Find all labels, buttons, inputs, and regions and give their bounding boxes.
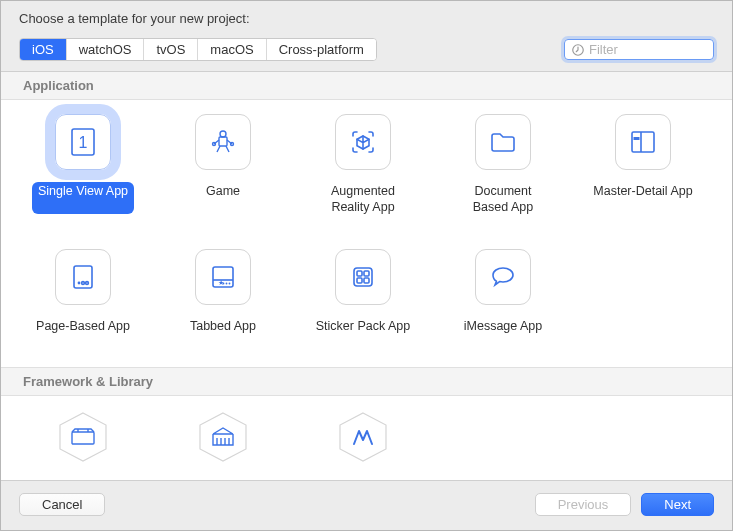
tab-macos[interactable]: macOS [198,39,266,60]
template-label: Sticker Pack App [310,317,417,349]
template-label: Single View App [32,182,134,214]
metal-icon [336,410,390,464]
section-framework-header: Framework & Library [1,367,732,396]
template-label: iMessage App [458,317,549,349]
previous-button[interactable]: Previous [535,493,632,516]
tab-ios[interactable]: iOS [20,39,67,60]
svg-point-3 [220,131,226,137]
document-icon [475,114,531,170]
template-sticker-pack-app[interactable]: Sticker Pack App [305,249,421,349]
application-templates: 1 Single View App Game AugmentedReality … [1,100,732,367]
svg-point-19 [229,283,231,285]
template-label: DocumentBased App [467,182,539,217]
template-label: Master-Detail App [587,182,698,214]
platform-tabs: iOS watchOS tvOS macOS Cross-platform [19,38,377,61]
template-page-based-app[interactable]: Page-Based App [25,249,141,349]
template-label: Page-Based App [30,317,136,349]
svg-rect-7 [632,132,654,152]
tab-cross-platform[interactable]: Cross-platform [267,39,376,60]
template-metal-library[interactable]: Metal Library [305,410,421,481]
page-based-icon [55,249,111,305]
tabbed-icon: ★ [195,249,251,305]
svg-rect-4 [219,137,227,146]
button-label: Cancel [42,497,82,512]
svg-point-17 [223,283,225,285]
svg-point-13 [86,282,89,285]
template-label: Game [200,182,246,214]
template-label: AugmentedReality App [325,182,401,217]
tab-label: iOS [32,42,54,57]
next-button[interactable]: Next [641,493,714,516]
tab-label: Cross-platform [279,42,364,57]
content-area: Application 1 Single View App Game Augme… [1,71,732,481]
template-imessage-app[interactable]: iMessage App [445,249,561,349]
svg-rect-23 [357,278,362,283]
framework-icon [56,410,110,464]
filter-field[interactable] [564,39,714,60]
button-label: Next [664,497,691,512]
svg-rect-24 [364,278,369,283]
tab-tvos[interactable]: tvOS [144,39,198,60]
imessage-icon [475,249,531,305]
template-label: Tabbed App [184,317,262,349]
game-icon [195,114,251,170]
svg-point-12 [82,282,85,285]
svg-point-18 [226,283,228,285]
new-project-template-chooser: Choose a template for your new project: … [0,0,733,531]
button-label: Previous [558,497,609,512]
svg-text:1: 1 [79,134,88,151]
footer: Cancel Previous Next [1,481,732,530]
master-detail-icon [615,114,671,170]
template-augmented-reality-app[interactable]: AugmentedReality App [305,114,421,217]
tab-label: macOS [210,42,253,57]
template-single-view-app[interactable]: 1 Single View App [25,114,141,217]
tab-watchos[interactable]: watchOS [67,39,145,60]
sticker-icon [335,249,391,305]
framework-templates: Cocoa TouchFramework Cocoa TouchStatic L… [1,396,732,481]
tab-label: watchOS [79,42,132,57]
svg-point-11 [78,282,81,285]
toolbar: iOS watchOS tvOS macOS Cross-platform [1,34,732,71]
static-library-icon [196,410,250,464]
filter-input[interactable] [589,42,707,57]
section-application-header: Application [1,72,732,100]
svg-rect-21 [357,271,362,276]
template-document-based-app[interactable]: DocumentBased App [445,114,561,217]
template-tabbed-app[interactable]: ★ Tabbed App [165,249,281,349]
template-game[interactable]: Game [165,114,281,217]
template-master-detail-app[interactable]: Master-Detail App [585,114,701,217]
cancel-button[interactable]: Cancel [19,493,105,516]
svg-rect-9 [634,137,640,140]
filter-icon [571,43,585,57]
dialog-title: Choose a template for your new project: [1,1,732,34]
svg-rect-26 [72,432,94,444]
tab-label: tvOS [156,42,185,57]
single-view-icon: 1 [55,114,111,170]
template-cocoa-touch-static-library[interactable]: Cocoa TouchStatic Library [165,410,281,481]
template-cocoa-touch-framework[interactable]: Cocoa TouchFramework [25,410,141,481]
svg-rect-22 [364,271,369,276]
arkit-icon [335,114,391,170]
